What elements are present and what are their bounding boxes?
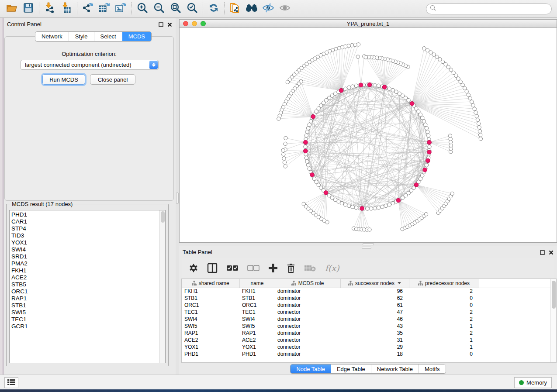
column-header-successor-nodes[interactable]: successor nodes (340, 279, 409, 288)
dominator-node[interactable] (311, 114, 315, 119)
mcds-result-item[interactable]: YOX1 (10, 239, 158, 246)
dominator-node[interactable] (359, 83, 363, 87)
tab-select[interactable]: Select (94, 32, 122, 41)
network-node[interactable] (306, 127, 310, 130)
table-row[interactable]: SWI4SWI4dominator462 (182, 316, 551, 323)
network-node[interactable] (478, 133, 482, 137)
tab-node-table[interactable]: Node Table (291, 364, 331, 373)
tab-network[interactable]: Network (35, 32, 69, 41)
hide-selected-button[interactable] (260, 1, 277, 16)
show-columns-icon[interactable] (207, 263, 218, 273)
dominator-node[interactable] (324, 191, 328, 195)
dominator-node[interactable] (304, 140, 308, 144)
network-node[interactable] (429, 51, 432, 54)
horizontal-splitter[interactable] (179, 243, 557, 246)
network-node[interactable] (304, 134, 308, 137)
network-node[interactable] (421, 174, 424, 177)
mcds-result-item[interactable]: RAP1 (10, 295, 158, 302)
network-node[interactable] (419, 177, 422, 180)
network-node[interactable] (377, 206, 380, 209)
mcds-result-item[interactable]: PHD1 (10, 211, 158, 218)
dominator-node[interactable] (360, 206, 364, 211)
network-node[interactable] (304, 145, 307, 148)
network-node[interactable] (477, 122, 480, 125)
network-node[interactable] (474, 111, 477, 114)
network-node[interactable] (398, 92, 401, 95)
function-builder-icon[interactable]: f(x) (325, 263, 339, 273)
network-node[interactable] (387, 203, 391, 206)
network-node[interactable] (282, 152, 285, 156)
network-node[interactable] (450, 192, 454, 195)
column-header-name[interactable]: name (239, 279, 275, 288)
mcds-result-item[interactable]: SWI5 (10, 309, 158, 316)
network-node[interactable] (305, 130, 309, 134)
zoom-fit-button[interactable] (167, 1, 184, 16)
network-node[interactable] (351, 85, 354, 88)
network-node[interactable] (473, 107, 476, 110)
network-node[interactable] (448, 134, 452, 138)
mcds-result-item[interactable]: SRD1 (10, 253, 158, 260)
splitter-grip[interactable] (176, 193, 179, 204)
dominator-node[interactable] (410, 102, 414, 106)
deselect-all-checkboxes-icon[interactable] (247, 265, 259, 272)
float-panel-icon[interactable] (159, 21, 163, 29)
dominator-node[interactable] (367, 83, 372, 87)
network-node[interactable] (364, 55, 367, 59)
network-node[interactable] (277, 117, 280, 120)
network-node[interactable] (354, 84, 358, 87)
tab-motifs[interactable]: Motifs (419, 364, 446, 373)
table-row[interactable]: PHD1PHD1dominator180 (182, 351, 551, 358)
export-table-button[interactable] (96, 1, 113, 16)
network-node[interactable] (284, 136, 287, 140)
network-node[interactable] (470, 100, 474, 103)
table-options-gear-icon[interactable] (189, 263, 198, 273)
network-node[interactable] (325, 220, 329, 224)
network-node[interactable] (426, 48, 429, 52)
search-network-button[interactable] (243, 1, 260, 16)
table-row[interactable]: RAP1RAP1dominator352 (182, 330, 551, 337)
dominator-node[interactable] (414, 183, 419, 187)
mcds-result-item[interactable]: TID3 (10, 232, 158, 239)
network-node[interactable] (476, 118, 479, 121)
tab-style[interactable]: Style (69, 32, 94, 41)
network-node[interactable] (425, 163, 428, 167)
network-node[interactable] (286, 80, 289, 84)
network-node[interactable] (459, 80, 462, 83)
close-panel-icon[interactable] (549, 249, 554, 257)
close-panel-button[interactable]: Close panel (90, 74, 135, 85)
network-node[interactable] (283, 161, 286, 164)
network-node[interactable] (284, 142, 287, 145)
network-node[interactable] (465, 89, 468, 93)
search-input[interactable] (439, 6, 548, 12)
network-node[interactable] (461, 83, 464, 86)
network-node[interactable] (368, 228, 371, 231)
network-node[interactable] (471, 103, 475, 107)
network-node[interactable] (387, 87, 391, 90)
network-node[interactable] (306, 163, 310, 167)
column-header-MCDS-role[interactable]: MCDS role (275, 279, 340, 288)
network-node[interactable] (343, 203, 347, 206)
table-row[interactable]: STB1STB1dominator620 (182, 295, 551, 302)
column-header-predecessor-nodes[interactable]: predecessor nodes (409, 279, 479, 288)
import-table-button[interactable] (58, 1, 75, 16)
table-row[interactable]: SWI5SWI5connector431 (182, 323, 551, 330)
network-node[interactable] (343, 87, 347, 90)
network-node[interactable] (432, 53, 436, 56)
zoom-in-button[interactable] (134, 1, 151, 16)
table-row[interactable]: FKH1FKH1dominator962 (182, 288, 551, 295)
dominator-node[interactable] (423, 168, 427, 172)
mcds-result-item[interactable]: ACE2 (10, 274, 158, 281)
mcds-list-scrollbar[interactable] (159, 210, 165, 363)
table-row[interactable]: TEC1TEC1connector472 (182, 309, 551, 316)
network-node[interactable] (308, 167, 311, 170)
network-node[interactable] (351, 205, 354, 209)
column-header-shared-name[interactable]: shared name (182, 279, 239, 288)
dominator-node[interactable] (382, 85, 387, 89)
copy-network-button[interactable] (227, 1, 243, 16)
network-node[interactable] (304, 156, 308, 159)
show-log-console-button[interactable] (4, 377, 18, 388)
save-session-button[interactable] (20, 1, 37, 16)
network-node[interactable] (373, 83, 377, 87)
network-node[interactable] (366, 207, 369, 210)
network-node[interactable] (391, 201, 394, 205)
